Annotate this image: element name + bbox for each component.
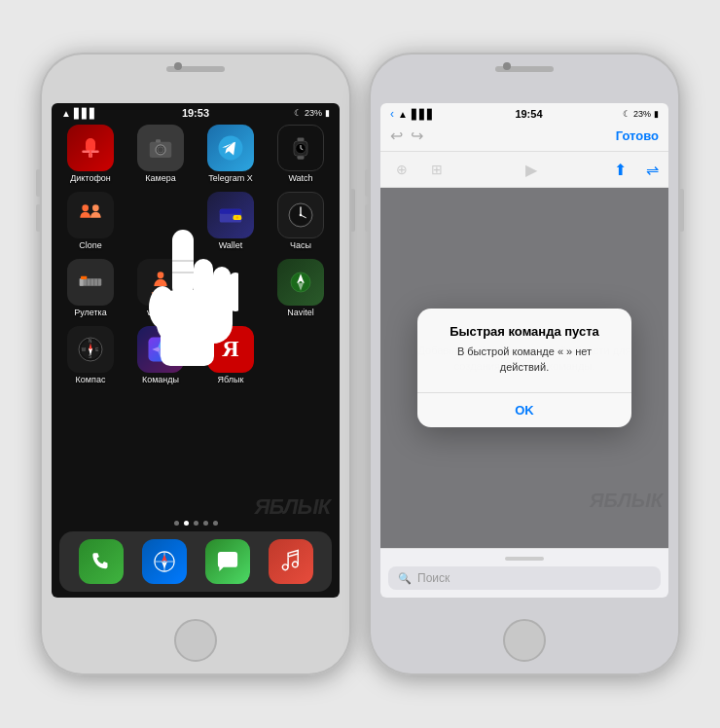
nav-bar-2: ↩ ↪ Готово [380, 123, 668, 152]
dock-music[interactable] [269, 539, 313, 584]
hand-pointer [131, 220, 238, 376]
phone-1: ▲ ▋▋▋ 19:53 ☾ 23% ▮ Диктофон [40, 53, 351, 675]
dock-messages[interactable] [205, 539, 250, 584]
watermark-2: ЯБЛЫК [590, 490, 663, 512]
svg-rect-7 [156, 139, 161, 142]
telegram-icon [207, 125, 254, 171]
app-telegram[interactable]: Telegram X [199, 125, 262, 184]
power-btn-2[interactable] [680, 189, 684, 232]
nav-done-btn[interactable]: Готово [616, 128, 659, 143]
search-icon: 🔍 [398, 572, 412, 585]
front-camera-2 [503, 62, 511, 70]
clock-icon [277, 192, 324, 238]
svg-rect-32 [81, 276, 87, 279]
battery-icon-2: ▮ [654, 109, 659, 119]
moon-icon: ☾ [294, 108, 302, 118]
svg-point-20 [236, 216, 239, 219]
telegram-label: Telegram X [208, 174, 253, 184]
toolbar-play-btn[interactable]: ▶ [460, 161, 602, 179]
app-clone[interactable]: Clone [59, 192, 122, 251]
app-navitel[interactable]: Navitel [270, 259, 332, 318]
vol-down-btn-2[interactable] [365, 204, 369, 232]
dialog-content: Быстрая команда пуста В быстрой команде … [417, 309, 631, 382]
status-left: ▲ ▋▋▋ [61, 108, 97, 119]
dialog-ok-btn[interactable]: OK [417, 393, 631, 427]
battery-percent-2: 23% [633, 109, 651, 119]
dictaphone-label: Диктофон [70, 174, 111, 184]
svg-point-15 [82, 204, 89, 211]
status-time-2: 19:54 [515, 108, 542, 120]
svg-rect-53 [161, 327, 214, 366]
page-dot-4 [203, 521, 208, 526]
bottom-handle [505, 557, 544, 561]
compass-icon: NSWE [67, 326, 114, 373]
toolbar-2: ⊕ ⊞ ▶ ⬆ ⇌ [380, 152, 668, 188]
page-dots [52, 521, 340, 526]
svg-point-16 [92, 204, 99, 211]
clone-icon [67, 192, 114, 238]
ruletka-icon [67, 259, 114, 306]
app-ruletka[interactable]: Рулетка [59, 259, 122, 318]
toolbar-btn-1[interactable]: ⊕ [390, 158, 414, 181]
dark-screen: ▲ ▋▋▋ 19:53 ☾ 23% ▮ Диктофон [52, 103, 340, 598]
status-time-1: 19:53 [182, 107, 209, 119]
navitel-label: Navitel [287, 309, 314, 318]
page-dot-1 [174, 521, 179, 526]
svg-text:N: N [89, 339, 91, 344]
svg-rect-27 [80, 278, 84, 286]
dock-phone[interactable] [79, 539, 124, 584]
undo-icon[interactable]: ↩ [390, 127, 403, 145]
svg-rect-18 [220, 209, 242, 214]
watermark-1: ЯБЛЫК [254, 494, 330, 520]
app-compass[interactable]: NSWE Компас [59, 326, 122, 385]
dialog-message: В быстрой команде « » нет действий. [433, 345, 616, 375]
moon-icon-2: ☾ [623, 109, 630, 119]
dictaphone-icon [67, 125, 114, 171]
vol-down-btn[interactable] [36, 204, 40, 232]
dialog-title: Быстрая команда пуста [433, 324, 616, 339]
nav-left-icons: ↩ ↪ [390, 127, 423, 145]
status-bar-2: ‹ ▲ ▋▋▋ 19:54 ☾ 23% ▮ [380, 103, 668, 123]
signal-icon: ▋▋▋ [74, 108, 97, 119]
watch-label: Watch [288, 174, 312, 184]
app-clock[interactable]: Часы [270, 192, 332, 251]
camera-icon [137, 125, 184, 171]
signal-icon-2: ▋▋▋ [412, 109, 435, 120]
wifi-icon-2: ▲ [398, 109, 408, 120]
app-dictaphone[interactable]: Диктофон [59, 125, 122, 184]
app-watch[interactable]: Watch [270, 125, 332, 184]
power-btn[interactable] [351, 189, 355, 232]
svg-rect-47 [172, 230, 194, 298]
vol-up-btn-2[interactable] [365, 169, 369, 197]
battery-percent-1: 23% [305, 108, 322, 118]
page-dot-2 [184, 521, 189, 526]
battery-icon-1: ▮ [325, 108, 330, 118]
status-right-1: ☾ 23% ▮ [294, 108, 330, 118]
redo-icon[interactable]: ↪ [411, 127, 423, 145]
phone-1-screen: ▲ ▋▋▋ 19:53 ☾ 23% ▮ Диктофон [52, 103, 340, 598]
toolbar-btn-2[interactable]: ⊞ [425, 158, 449, 181]
svg-rect-9 [298, 138, 305, 142]
yablyk-label: Яблык [218, 376, 244, 385]
svg-rect-14 [298, 156, 305, 160]
toolbar-share-btn[interactable]: ⬆ [614, 161, 627, 179]
svg-text:E: E [95, 347, 98, 352]
home-button-1[interactable] [174, 619, 217, 662]
search-bar[interactable]: 🔍 Поиск [388, 566, 661, 590]
svg-point-25 [300, 214, 303, 217]
toolbar-toggle-btn[interactable]: ⇌ [646, 161, 659, 179]
page-dot-5 [213, 521, 218, 526]
dialog-box: Быстрая команда пуста В быстрой команде … [417, 309, 631, 427]
status-left-2: ‹ ▲ ▋▋▋ [390, 107, 435, 121]
camera-label: Камера [145, 174, 175, 184]
vol-up-btn[interactable] [36, 169, 40, 197]
dock-safari[interactable] [142, 539, 187, 584]
dock [59, 531, 332, 592]
phone-2: ‹ ▲ ▋▋▋ 19:54 ☾ 23% ▮ ↩ ↪ Готово [369, 53, 680, 675]
navitel-icon [277, 259, 324, 306]
back-arrow-icon: ‹ [390, 107, 394, 121]
app-camera[interactable]: Камера [129, 125, 192, 184]
home-button-2[interactable] [503, 619, 546, 662]
watch-icon [277, 125, 324, 171]
page-dot-3 [194, 521, 198, 526]
